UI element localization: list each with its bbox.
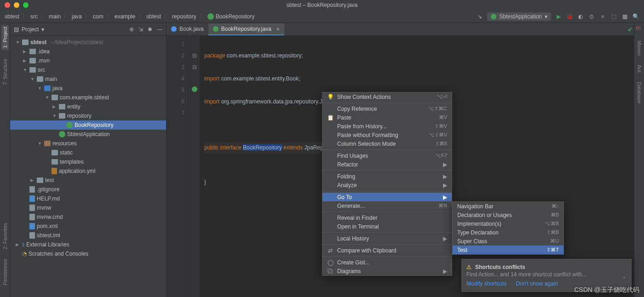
tree-item[interactable]: pom.xml — [37, 223, 58, 229]
tree-item[interactable]: application.yml — [59, 168, 95, 174]
dont-show-link[interactable]: Don't show again — [516, 280, 558, 287]
close-icon[interactable] — [5, 2, 10, 8]
submenu-declaration[interactable]: Declaration or Usages⌘B — [453, 211, 564, 219]
menu-create-gist[interactable]: ◯Create Gist... — [322, 258, 452, 267]
crumb[interactable]: com — [93, 13, 104, 20]
close-tab-icon[interactable]: ✕ — [276, 27, 280, 32]
tree-item[interactable]: HELP.md — [37, 195, 60, 202]
submenu-nav-bar[interactable]: Navigation Bar⌘↑ — [453, 202, 564, 211]
menu-go-to[interactable]: Go To▶ — [322, 193, 452, 201]
profile-icon[interactable]: ⊙ — [588, 13, 595, 20]
tree-item-selected[interactable]: BookRepository — [10, 120, 166, 130]
menu-analyze[interactable]: Analyze▶ — [322, 181, 452, 189]
tree-item[interactable]: .mvn — [38, 57, 50, 64]
gear-icon[interactable]: ✱ — [148, 26, 152, 33]
tree-item[interactable]: mvnw — [37, 205, 51, 211]
menu-column-select[interactable]: Column Selection Mode⇧⌘8 — [322, 139, 452, 148]
crumb[interactable]: main — [49, 13, 61, 20]
tree-item[interactable]: entity — [67, 103, 80, 110]
hide-icon[interactable]: — — [157, 26, 162, 33]
tree-item[interactable]: src — [38, 67, 45, 73]
editor-tab-bookrepo[interactable]: BookRepository.java✕ — [208, 23, 284, 35]
menu-paste-history[interactable]: Paste from History...⇧⌘V — [322, 122, 452, 131]
analysis-ok-icon[interactable]: ✔ — [627, 26, 633, 33]
menu-find-usages[interactable]: Find Usages⌥F7 — [322, 151, 452, 160]
expand-all-icon[interactable]: ⇲ — [138, 26, 143, 33]
project-tree[interactable]: ▼sbtest~/IdeaProjects/sbtest ▶.idea ▶.mv… — [10, 36, 166, 297]
menu-diagrams[interactable]: ⿻Diagrams▶ — [322, 267, 452, 275]
breadcrumbs[interactable]: sbtest〉 src〉 main〉 java〉 com〉 example〉 s… — [5, 12, 255, 20]
tool-ant[interactable]: Ant — [637, 65, 642, 73]
stop-icon[interactable]: ■ — [599, 13, 606, 20]
crumb[interactable]: java — [72, 13, 82, 20]
modify-shortcuts-link[interactable]: Modify shortcuts — [466, 280, 506, 287]
tree-item[interactable]: External Libraries — [26, 241, 69, 248]
git-icon[interactable]: ⬚ — [610, 13, 617, 20]
coverage-icon[interactable]: ◐ — [577, 13, 584, 20]
tree-item[interactable]: main — [45, 76, 57, 82]
submenu-implementation[interactable]: Implementation(s)⌥⌘B — [453, 219, 564, 228]
run-icon[interactable]: ▶ — [555, 13, 562, 20]
debug-icon[interactable]: 🐞 — [566, 13, 573, 20]
maven-icon[interactable]: m — [636, 25, 643, 31]
tree-item[interactable]: repository — [67, 113, 92, 119]
menu-show-context-actions[interactable]: 💡Show Context Actions⌥⏎ — [322, 92, 452, 101]
tree-item[interactable]: sbtest.iml — [37, 232, 60, 239]
project-title: Project — [22, 26, 39, 33]
implements-icon[interactable] — [192, 86, 197, 92]
submenu-test[interactable]: Test⇧⌘T — [453, 246, 564, 254]
tree-root[interactable]: sbtest — [30, 39, 46, 46]
tool-structure[interactable]: 7: Structure — [2, 59, 8, 85]
crumb[interactable]: sbtest — [5, 13, 19, 20]
submenu-super-class[interactable]: Super Class⌘U — [453, 237, 564, 246]
menu-paste-plain[interactable]: Paste without Formatting⌥⇧⌘V — [322, 131, 452, 139]
menu-generate[interactable]: Generate...⌘N — [322, 201, 452, 210]
tree-item[interactable]: resources — [52, 140, 77, 147]
tree-item[interactable]: Scratches and Consoles — [29, 251, 88, 257]
menu-refactor[interactable]: Refactor▶ — [322, 160, 452, 169]
tree-item[interactable]: templates — [60, 159, 84, 165]
select-open-file-icon[interactable]: ⊕ — [129, 26, 134, 33]
maven-icon — [29, 223, 35, 229]
tool-favorites[interactable]: 2: Favorites — [2, 223, 8, 249]
tree-item[interactable]: static — [60, 149, 73, 156]
tree-item[interactable]: test — [45, 177, 54, 183]
menu-folding[interactable]: Folding▶ — [322, 172, 452, 181]
window-controls[interactable] — [5, 2, 29, 8]
menu-copy-reference[interactable]: Copy Reference⌥⇧⌘C — [322, 104, 452, 113]
crumb[interactable]: repository — [172, 13, 196, 20]
notif-title: Shortcuts conflicts — [475, 264, 525, 270]
tree-item[interactable]: .gitignore — [37, 186, 59, 193]
tree-item[interactable]: SbtestApplication — [67, 131, 110, 137]
menu-paste[interactable]: 📋Paste⌘V — [322, 113, 452, 122]
tree-item[interactable]: mvnw.cmd — [37, 214, 63, 220]
context-menu[interactable]: 💡Show Context Actions⌥⏎ Copy Reference⌥⇧… — [322, 92, 452, 276]
goto-submenu[interactable]: Navigation Bar⌘↑ Declaration or Usages⌘B… — [452, 201, 564, 255]
crumb[interactable]: sbtest — [146, 13, 161, 20]
minimize-icon[interactable] — [14, 2, 19, 8]
submenu-type-declaration[interactable]: Type Declaration⇧⌘B — [453, 228, 564, 237]
tool-maven[interactable]: Maven — [637, 40, 642, 56]
build-icon[interactable]: ↘ — [476, 13, 483, 20]
run-config-select[interactable]: SbtestApplication ▾ — [487, 12, 551, 21]
crumb[interactable]: example — [115, 13, 135, 20]
menu-reveal-finder[interactable]: Reveal in Finder — [322, 213, 452, 222]
menu-local-history[interactable]: Local History▶ — [322, 234, 452, 243]
md-icon — [29, 195, 35, 202]
menu-open-terminal[interactable]: Open in Terminal — [322, 222, 452, 231]
menu-compare-clipboard[interactable]: ⇄Compare with Clipboard — [322, 246, 452, 255]
tree-item[interactable]: java — [52, 85, 63, 91]
editor-tab-book[interactable]: Book.java — [167, 23, 208, 35]
tool-persistence[interactable]: Persistence — [2, 259, 8, 285]
tool-database[interactable]: Database — [637, 82, 642, 103]
crumb-current[interactable]: BookRepository — [207, 13, 255, 20]
tree-item[interactable]: .idea — [38, 48, 50, 55]
chevron-down-icon[interactable]: ▾ — [41, 26, 44, 33]
crumb[interactable]: src — [30, 13, 38, 20]
search-icon[interactable]: 🔍 — [632, 13, 639, 20]
chevron-down-icon[interactable]: ⌄ — [622, 273, 627, 280]
tool-icon[interactable]: ▦ — [621, 13, 628, 20]
maximize-icon[interactable] — [23, 2, 29, 8]
tree-item[interactable]: com.example.sbtest — [60, 94, 109, 101]
tool-project[interactable]: 1: Project — [1, 25, 9, 50]
